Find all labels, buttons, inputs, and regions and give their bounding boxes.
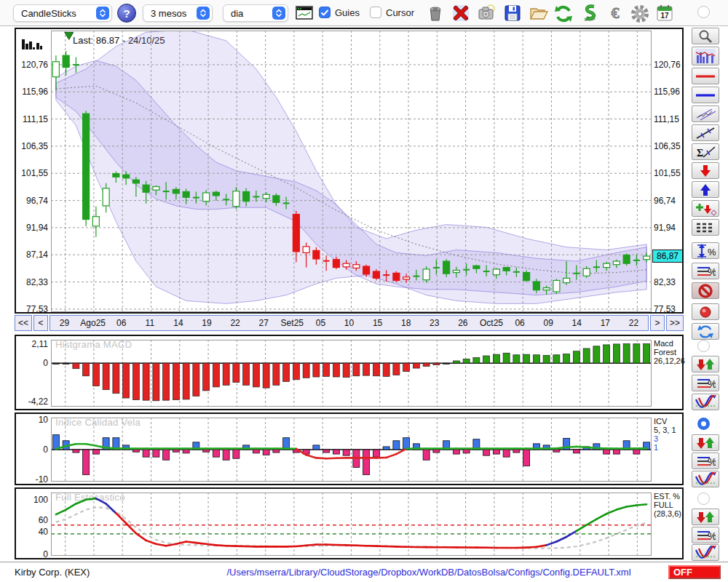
axis-label: 106,35: [654, 141, 686, 151]
macd-radio[interactable]: [697, 340, 710, 352]
stochastic-curves-button[interactable]: [692, 544, 719, 561]
icv-signals-button[interactable]: [692, 434, 719, 451]
record-button[interactable]: [692, 303, 719, 320]
save-icon[interactable]: [503, 4, 523, 23]
sigma-trend-tool-button[interactable]: Σ: [692, 143, 719, 160]
prev-page-button[interactable]: <: [33, 315, 48, 331]
axis-label: 40: [17, 527, 48, 537]
icv-percent-button[interactable]: %: [692, 453, 719, 469]
date-tick-label: 17: [601, 318, 610, 328]
next-page-button[interactable]: >: [650, 315, 665, 331]
date-tick-label: Oct25: [480, 318, 503, 328]
percent-lines-button[interactable]: %: [692, 263, 719, 279]
period-value: 3 mesos: [151, 8, 186, 19]
axis-label: 0: [17, 549, 48, 559]
sell-arrow-button[interactable]: [692, 162, 719, 179]
date-tick-label: 06: [515, 318, 524, 328]
levels-tool-button[interactable]: [692, 219, 719, 236]
date-tick-label: 18: [401, 318, 411, 328]
mini-chart-icon[interactable]: [296, 6, 316, 25]
channel-tool-button[interactable]: [692, 105, 719, 122]
first-page-button[interactable]: <<: [15, 315, 32, 331]
top-toolbar: CandleSticks ? 3 mesos dia Guies: [0, 0, 728, 26]
snapshot-icon[interactable]: [477, 4, 497, 23]
current-price-badge: 86,87: [652, 250, 683, 263]
chevron-updown-icon: [96, 7, 109, 20]
svg-text:%: %: [708, 456, 716, 468]
icv-curves-button[interactable]: [692, 471, 719, 487]
settings-gear-icon[interactable]: [630, 4, 650, 23]
icv-plot[interactable]: [51, 418, 652, 482]
chart-type-select[interactable]: CandleSticks: [13, 4, 112, 22]
icv-radio[interactable]: [697, 418, 710, 430]
axis-label: 101,55: [654, 168, 686, 178]
measure-percent-button[interactable]: %: [692, 242, 719, 259]
config-path: /Users/mserra/Library/CloudStorage/Dropb…: [189, 567, 668, 578]
status-bar: Kirby Corp. (KEX) /Users/mserra/Library/…: [0, 562, 728, 582]
axis-label: 0: [17, 445, 48, 455]
date-tick-label: 27: [259, 318, 269, 328]
axis-label: 96,74: [17, 196, 48, 206]
red-hline-tool-button[interactable]: [692, 68, 719, 84]
refresh-icon[interactable]: [553, 4, 574, 23]
date-tick-label: 15: [373, 318, 382, 328]
axis-label: 115,96: [17, 87, 48, 97]
interval-select[interactable]: dia: [223, 4, 288, 22]
axis-label: 120,76: [17, 60, 48, 70]
stochastic-percent-button[interactable]: %: [692, 527, 719, 543]
guies-label: Guies: [335, 7, 360, 18]
date-tick-label: 22: [230, 318, 240, 328]
stochastic-radio[interactable]: [697, 493, 710, 505]
macd-panel: Histgrama MACD MacdForest26,12,26 2,110-…: [15, 335, 684, 410]
sync-button[interactable]: [692, 323, 719, 340]
stochastic-panel: Full Estocastico EST. %FULL(28,3,6) 1006…: [15, 487, 684, 559]
blue-hline-tool-button[interactable]: [692, 87, 719, 103]
zoom-tool-button[interactable]: [692, 28, 719, 44]
calendar-icon[interactable]: 17: [655, 4, 676, 23]
cursor-checkbox[interactable]: Cursor: [370, 7, 414, 18]
stochastic-plot[interactable]: [51, 493, 652, 556]
volume-histogram-icon: [22, 38, 45, 52]
add-signal-button[interactable]: [692, 200, 719, 217]
checkbox-unchecked-icon: [370, 7, 381, 18]
date-tick-label: 23: [430, 318, 439, 328]
period-select[interactable]: 3 mesos: [143, 4, 213, 22]
axis-label: 96,74: [654, 196, 686, 206]
help-button[interactable]: ?: [117, 4, 136, 23]
macd-curves-button[interactable]: [692, 394, 719, 410]
stochastic-signals-button[interactable]: [692, 509, 719, 525]
buy-arrow-button[interactable]: [692, 181, 719, 198]
update-icon[interactable]: [580, 4, 601, 23]
chevron-updown-icon: [272, 7, 285, 20]
main-chart-panel: Last: 86.87 - 24/10/25 120,76115,96111,1…: [15, 28, 684, 314]
help-label: ?: [123, 7, 130, 20]
guies-checkbox[interactable]: Guies: [319, 7, 360, 18]
macd-signals-button[interactable]: [692, 356, 719, 372]
svg-text:%: %: [708, 530, 716, 542]
axis-label: 120,76: [654, 60, 686, 70]
open-folder-icon[interactable]: [529, 4, 549, 23]
trendline-tool-button[interactable]: [692, 124, 719, 141]
date-tick-label: 09: [543, 318, 553, 328]
trash-icon[interactable]: [426, 4, 446, 23]
indicator-chart-button[interactable]: [692, 47, 719, 65]
main-chart-radio[interactable]: [697, 6, 710, 18]
date-axis-strip[interactable]: 29Ago25061114192227Set25051015182326Oct2…: [50, 315, 649, 331]
axis-label: 10: [17, 415, 48, 425]
axis-label: 115,96: [654, 87, 686, 97]
macd-plot[interactable]: [51, 340, 652, 407]
euro-icon[interactable]: €: [606, 4, 626, 23]
axis-label: 106,35: [17, 141, 48, 151]
last-page-button[interactable]: >>: [666, 315, 684, 331]
axis-label: -10: [17, 474, 48, 485]
date-tick-label: 06: [116, 318, 126, 328]
off-toggle[interactable]: OFF: [668, 565, 721, 579]
svg-text:%: %: [708, 378, 716, 390]
macd-percent-button[interactable]: %: [692, 375, 719, 391]
disable-tool-button[interactable]: [692, 282, 719, 299]
delete-icon[interactable]: [451, 4, 472, 23]
date-tick-label: 26: [458, 318, 467, 328]
candlestick-plot[interactable]: [51, 31, 652, 312]
svg-text:17: 17: [660, 12, 669, 20]
axis-label: 100: [17, 495, 48, 505]
